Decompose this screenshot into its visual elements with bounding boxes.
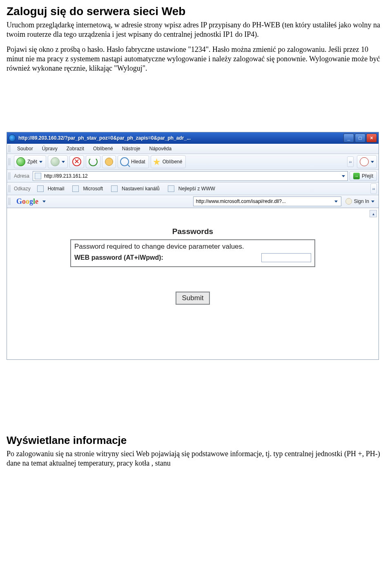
link-label: Hotmail [48,186,65,192]
menu-bar: Soubor Úpravy Zobrazit Oblíbené Nástroje… [7,144,379,154]
link-microsoft[interactable]: Microsoft [69,184,106,193]
submit-button[interactable]: Submit [176,292,210,305]
grip-icon [9,158,11,165]
ie-icon [9,134,16,142]
close-button[interactable]: × [366,134,377,143]
forward-icon [51,157,60,166]
menu-help[interactable]: Nápověda [145,145,176,152]
menu-tools[interactable]: Nástroje [118,145,145,152]
stop-icon [72,157,81,166]
links-label: Odkazy [14,186,32,192]
address-label: Adresa [14,173,31,179]
page-title-1: Zaloguj się do serwera sieci Web [7,5,385,18]
menu-edit[interactable]: Úpravy [38,145,62,152]
link-best-www[interactable]: Nejlepší z WWW [165,184,218,193]
password-label: WEB password (AT+iWpwd): [74,254,163,261]
password-input[interactable] [261,253,311,262]
go-button[interactable]: → Přejít [350,171,377,181]
page-icon [35,173,41,179]
toolbar: Zpět Hledat Oblíbené ›› [7,154,379,170]
chevron-down-icon[interactable] [42,201,46,203]
passwords-desc: Password required to change device param… [74,243,311,251]
go-label: Přejít [362,173,373,179]
sign-in-button[interactable]: Sign In [343,198,377,205]
google-search-input-wrap[interactable] [193,196,341,206]
search-button[interactable]: Hledat [118,155,149,168]
vertical-gap [7,365,385,434]
browser-window: http://89.203.160.32/?par_ph_stav_poz=0&… [7,132,379,360]
address-input[interactable] [43,173,340,179]
reload-icon [89,157,98,166]
home-button[interactable] [102,155,116,168]
google-toolbar: Google Sign In [7,195,379,208]
toolbar-overflow[interactable]: ›› [347,156,354,167]
search-label: Hledat [131,159,145,165]
address-bar: Adresa → Přejít [7,170,379,183]
back-icon [16,157,25,166]
pdf-icon [360,157,369,166]
reload-button[interactable] [86,155,100,168]
go-icon: → [353,173,360,179]
page-icon [168,185,174,192]
google-search-input[interactable] [195,198,333,205]
page-icon [111,185,118,192]
user-icon [345,198,352,205]
paragraph-2: Pojawi się okno z prośbą o hasło. Hasło … [7,45,385,73]
links-bar: Odkazy Hotmail Microsoft Nastavení kanál… [7,183,379,195]
favorites-label: Oblíbené [163,159,183,165]
link-channels[interactable]: Nastavení kanálů [108,184,163,193]
stop-button[interactable] [69,155,84,168]
home-icon [105,158,113,166]
pdf-button[interactable] [357,155,377,168]
vertical-gap [7,79,385,128]
browser-viewport: ▴ Passwords Password required to change … [7,208,379,359]
google-logo[interactable]: Google [14,197,41,206]
grip-icon [9,172,11,180]
menu-favorites[interactable]: Oblíbené [89,145,117,152]
page-icon [37,185,44,192]
maximize-button[interactable]: □ [355,134,365,143]
link-label: Nastavení kanálů [122,186,160,192]
link-label: Microsoft [83,186,103,192]
back-button[interactable]: Zpět [14,155,46,168]
sign-in-label: Sign In [354,198,369,204]
menu-view[interactable]: Zobrazit [62,145,88,152]
address-dropdown[interactable] [340,172,347,180]
window-title: http://89.203.160.32/?par_ph_stav_poz=0&… [18,135,343,141]
menu-file[interactable]: Soubor [13,145,37,152]
page-title-2: Wyświetlane informacje [7,434,385,447]
passwords-panel: Passwords Password required to change de… [70,225,315,305]
grip-icon [9,198,11,205]
chevron-down-icon [62,161,65,163]
chevron-down-icon [371,201,374,203]
grip-icon [9,185,11,192]
grip-icon [9,145,11,152]
google-dropdown[interactable] [333,197,339,205]
link-hotmail[interactable]: Hotmail [34,184,68,193]
star-icon [153,158,160,165]
back-label: Zpět [27,159,37,165]
window-titlebar: http://89.203.160.32/?par_ph_stav_poz=0&… [7,132,379,144]
minimize-button[interactable]: _ [343,134,354,143]
search-icon [120,157,129,166]
passwords-title: Passwords [70,225,315,239]
page-icon [72,185,79,192]
links-overflow[interactable]: ›› [370,183,377,194]
chevron-down-icon [371,161,374,163]
forward-button[interactable] [48,155,68,168]
chevron-down-icon [39,161,42,163]
passwords-box: Password required to change device param… [70,239,315,267]
paragraph-1: Uruchom przeglądarkę internetową, w adre… [7,20,385,39]
scroll-up-button[interactable]: ▴ [370,210,377,217]
paragraph-3: Po zalogowaniu się na stronie witryny si… [7,449,385,468]
favorites-button[interactable]: Oblíbené [151,155,186,168]
address-input-wrap[interactable] [33,171,348,181]
link-label: Nejlepší z WWW [178,186,215,192]
